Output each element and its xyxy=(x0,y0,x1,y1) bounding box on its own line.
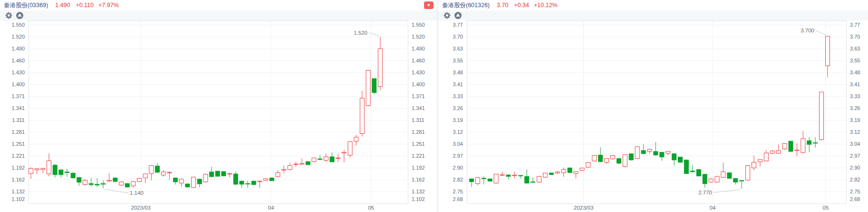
candle-body xyxy=(703,174,707,184)
settings-button[interactable] xyxy=(443,11,451,20)
y-axis-label: 1.520 xyxy=(412,34,425,40)
y-axis-label: 1.102 xyxy=(11,196,25,202)
candle-body xyxy=(215,171,220,176)
y-axis-label: 3.33 xyxy=(453,93,463,99)
y-axis-label: 2.90 xyxy=(453,165,463,171)
candle-body xyxy=(752,162,756,168)
candle-body xyxy=(113,178,117,182)
candle-body xyxy=(531,182,535,182)
y-axis-label: 3.41 xyxy=(850,81,860,87)
candle-body xyxy=(366,70,370,105)
arrow-up-circle-icon xyxy=(16,11,24,20)
dual-stock-chart-view: 秦港股份(03369) 1.490 +0.110 +7.97% ♥ xyxy=(0,0,868,212)
y-axis-label: 2.68 xyxy=(850,196,860,202)
arrow-up-circle-icon xyxy=(454,11,462,20)
candle-body xyxy=(83,180,87,184)
candle-body xyxy=(300,163,304,164)
y-axis-label: 3.70 xyxy=(453,34,463,40)
candle-body xyxy=(149,165,154,173)
candle-body xyxy=(740,181,744,181)
candle-body xyxy=(715,176,719,182)
candle-body xyxy=(137,178,142,182)
candle-body xyxy=(107,180,111,181)
candle-body xyxy=(71,173,75,178)
y-axis-label: 3.77 xyxy=(850,22,860,28)
candle-body xyxy=(354,137,358,141)
candle-body xyxy=(672,154,676,160)
candle-body xyxy=(684,160,688,174)
candle-body xyxy=(561,170,566,173)
candle-body xyxy=(500,175,504,175)
stock-title[interactable]: 秦港股份(601326) xyxy=(442,1,490,10)
y-axis-label: 1.430 xyxy=(412,70,425,75)
candle-body xyxy=(59,170,63,175)
candle-body xyxy=(101,183,106,184)
candle-body xyxy=(179,179,183,183)
candle-body xyxy=(161,172,165,175)
candle-body xyxy=(47,161,51,174)
min-price-label: 2.770 xyxy=(698,190,712,195)
y-axis-label: 1.460 xyxy=(412,58,425,63)
candle-body xyxy=(488,179,492,181)
candle-body xyxy=(801,139,805,152)
candle-body xyxy=(294,164,298,164)
y-axis-label: 1.221 xyxy=(412,153,425,159)
y-axis-label: 3.63 xyxy=(453,46,463,51)
y-axis-label: 3.26 xyxy=(850,105,860,111)
y-axis-label: 1.102 xyxy=(412,196,425,202)
candle-body xyxy=(276,173,280,177)
y-axis-label: 1.341 xyxy=(412,105,425,111)
candle-body xyxy=(197,179,202,184)
candle-body xyxy=(647,149,652,151)
chart-toolbar xyxy=(0,10,437,20)
y-axis-label: 2.97 xyxy=(453,153,463,159)
y-axis-label: 1.490 xyxy=(412,46,425,51)
annotation-pointer xyxy=(714,190,741,192)
y-axis-label: 3.63 xyxy=(850,46,860,51)
candle-body xyxy=(131,182,135,186)
candlestick-chart[interactable]: 1.5501.5501.5201.5201.4901.4901.4601.460… xyxy=(0,0,437,212)
candle-body xyxy=(210,172,214,177)
price-change-percent: +10.12% xyxy=(534,2,558,9)
candle-body xyxy=(482,178,486,179)
stock-title[interactable]: 秦港股份(03369) xyxy=(4,1,48,10)
y-axis-label: 1.162 xyxy=(412,177,425,182)
favorite-button[interactable]: ♥ xyxy=(424,1,434,9)
candle-body xyxy=(378,49,382,87)
candle-body xyxy=(727,173,732,179)
y-axis-label: 3.19 xyxy=(850,117,860,123)
candle-body xyxy=(709,179,713,182)
x-axis-label: 04 xyxy=(268,205,274,211)
candle-body xyxy=(690,171,694,172)
candle-body xyxy=(240,181,244,184)
candlestick-chart[interactable]: 3.773.773.703.703.633.633.553.553.483.48… xyxy=(438,0,868,212)
candle-body xyxy=(143,174,147,178)
candle-body xyxy=(746,166,750,181)
candle-body xyxy=(519,175,523,176)
candle-body xyxy=(586,162,590,167)
max-price-label: 3.700 xyxy=(800,28,814,33)
candle-body xyxy=(89,183,93,185)
candle-body xyxy=(807,141,811,144)
x-axis-label: 05 xyxy=(823,205,829,211)
y-axis-label: 1.341 xyxy=(11,105,25,111)
candle-body xyxy=(733,178,738,182)
candle-body xyxy=(696,170,701,176)
candle-body xyxy=(35,169,39,170)
y-axis-label: 1.550 xyxy=(11,22,25,28)
candle-body xyxy=(53,165,57,175)
candle-body xyxy=(506,175,511,176)
candle-body xyxy=(372,79,376,92)
price-change: +0.110 xyxy=(76,2,94,9)
y-axis-label: 1.430 xyxy=(11,70,25,75)
candle-body xyxy=(666,151,670,153)
y-axis-label: 3.12 xyxy=(850,129,860,135)
settings-button[interactable] xyxy=(5,11,13,20)
x-axis-label: 04 xyxy=(710,205,716,211)
candle-body xyxy=(324,157,328,161)
arrow-up-button[interactable] xyxy=(16,11,24,20)
chart-toolbar xyxy=(438,10,868,20)
arrow-up-button[interactable] xyxy=(454,11,462,20)
candle-body xyxy=(813,142,818,143)
y-axis-label: 1.520 xyxy=(11,34,25,40)
